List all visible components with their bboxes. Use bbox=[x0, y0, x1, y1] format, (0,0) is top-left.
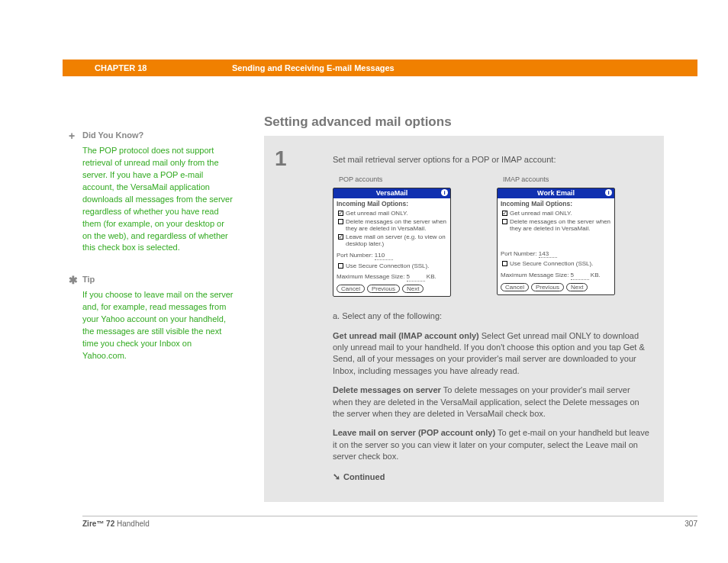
step-intro: Set mail retrieval server options for a … bbox=[333, 154, 652, 166]
pop-port-label: Port Number: bbox=[337, 252, 373, 259]
product-label: Zire™ 72 Handheld bbox=[82, 520, 150, 528]
pop-column: POP accounts VersaMail i Incoming Mail O… bbox=[333, 175, 451, 297]
cancel-button: Cancel bbox=[337, 285, 365, 294]
page-number: 307 bbox=[685, 520, 697, 528]
para2-bold: Delete messages on server bbox=[333, 385, 441, 394]
imap-titlebar: Work Email i bbox=[498, 188, 614, 198]
previous-button: Previous bbox=[531, 283, 564, 292]
product-rest: Handheld bbox=[114, 520, 150, 528]
imap-ssl: Use Secure Connection (SSL). bbox=[510, 260, 593, 268]
checkbox-icon bbox=[502, 219, 507, 224]
step-panel: 1 Set mail retrieval server options for … bbox=[264, 136, 664, 502]
imap-maxsize-unit: KB. bbox=[591, 272, 601, 278]
checkbox-icon bbox=[502, 211, 507, 216]
pop-opt2: Delete messages on the server when they … bbox=[346, 218, 447, 233]
chapter-label: CHAPTER 18 bbox=[95, 63, 232, 72]
sidebar: + Did You Know? The POP protocol does no… bbox=[82, 130, 235, 382]
checkbox-icon bbox=[338, 234, 343, 240]
continued-text: Continued bbox=[343, 472, 385, 481]
tip-heading: ✱ Tip bbox=[82, 274, 235, 286]
imap-port-label: Port Number: bbox=[501, 250, 537, 257]
previous-button: Previous bbox=[367, 285, 400, 294]
continued-label: ➘Continued bbox=[333, 471, 652, 484]
imap-opt1: Get unread mail ONLY. bbox=[510, 210, 572, 217]
imap-subtitle: Incoming Mail Options: bbox=[498, 198, 614, 208]
pop-ssl: Use Secure Connection (SSL). bbox=[346, 262, 429, 270]
pop-opt1: Get unread mail ONLY. bbox=[346, 210, 408, 217]
footer: Zire™ 72 Handheld 307 bbox=[82, 516, 697, 528]
plus-icon: + bbox=[69, 128, 75, 143]
imap-label: IMAP accounts bbox=[503, 175, 615, 185]
arrow-down-right-icon: ➘ bbox=[333, 471, 340, 482]
asterisk-icon: ✱ bbox=[69, 272, 78, 288]
did-you-know-block: + Did You Know? The POP protocol does no… bbox=[82, 130, 235, 254]
did-you-know-heading-text: Did You Know? bbox=[82, 130, 143, 140]
pop-screenshot: VersaMail i Incoming Mail Options: Get u… bbox=[333, 188, 451, 297]
pop-title: VersaMail bbox=[376, 189, 408, 197]
pop-titlebar: VersaMail i bbox=[333, 188, 450, 198]
imap-opt2: Delete messages on the server when they … bbox=[510, 218, 611, 233]
pop-maxsize-val: 5 bbox=[407, 273, 425, 282]
did-you-know-body: The POP protocol does not support retrie… bbox=[82, 145, 235, 254]
screenshot-row: POP accounts VersaMail i Incoming Mail O… bbox=[333, 175, 652, 297]
step-number: 1 bbox=[275, 146, 287, 171]
next-button: Next bbox=[566, 283, 588, 292]
imap-maxsize-label: Maximum Message Size: bbox=[501, 272, 569, 278]
header-bar: CHAPTER 18 Sending and Receiving E-mail … bbox=[63, 60, 697, 76]
info-icon: i bbox=[605, 189, 612, 196]
product-bold: Zire™ 72 bbox=[82, 520, 114, 528]
tip-body: If you choose to leave mail on the serve… bbox=[82, 289, 235, 362]
imap-maxsize-val: 5 bbox=[571, 272, 589, 280]
pop-port: 110 bbox=[375, 252, 393, 260]
para3-bold: Leave mail on server (POP account only) bbox=[333, 428, 495, 437]
section-title: Setting advanced mail options bbox=[264, 114, 452, 130]
checkbox-icon bbox=[338, 211, 343, 216]
para-delete: Delete messages on server To delete mess… bbox=[333, 384, 652, 420]
chapter-title: Sending and Receiving E-mail Messages bbox=[232, 63, 395, 72]
pop-opt3: Leave mail on server (e.g. to view on de… bbox=[346, 233, 447, 248]
cancel-button: Cancel bbox=[501, 283, 529, 292]
imap-port: 143 bbox=[539, 250, 557, 259]
checkbox-icon bbox=[502, 261, 507, 266]
tip-heading-text: Tip bbox=[82, 275, 95, 284]
pop-maxsize-label: Maximum Message Size: bbox=[337, 273, 404, 280]
tip-block: ✱ Tip If you choose to leave mail on the… bbox=[82, 274, 235, 362]
pop-maxsize-unit: KB. bbox=[427, 273, 436, 280]
para-leave: Leave mail on server (POP account only) … bbox=[333, 427, 652, 462]
imap-screenshot: Work Email i Incoming Mail Options: Get … bbox=[497, 188, 615, 295]
info-icon: i bbox=[441, 189, 448, 196]
step-content: Set mail retrieval server options for a … bbox=[333, 154, 652, 483]
imap-title: Work Email bbox=[537, 189, 575, 197]
pop-label: POP accounts bbox=[339, 175, 451, 185]
list-a: a. Select any of the following: bbox=[333, 310, 652, 322]
checkbox-icon bbox=[338, 219, 343, 224]
pop-subtitle: Incoming Mail Options: bbox=[333, 198, 450, 208]
did-you-know-heading: + Did You Know? bbox=[82, 130, 235, 142]
checkbox-icon bbox=[338, 263, 343, 269]
para1-bold: Get unread mail (IMAP account only) bbox=[333, 331, 479, 340]
para-get-unread: Get unread mail (IMAP account only) Sele… bbox=[333, 330, 652, 378]
imap-column: IMAP accounts Work Email i Incoming Mail… bbox=[497, 175, 615, 297]
next-button: Next bbox=[402, 285, 424, 294]
